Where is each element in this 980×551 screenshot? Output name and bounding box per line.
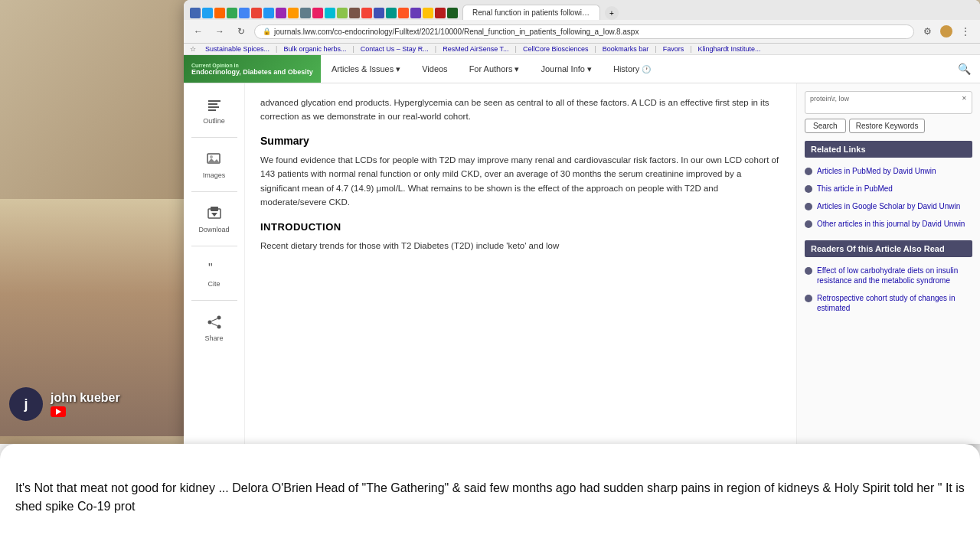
new-tab-button[interactable]: + [605, 6, 619, 20]
svg-text:": " [208, 262, 213, 275]
main-content-area: advanced glycation end products. Hypergl… [245, 83, 796, 444]
bullet-icon-2 [805, 185, 812, 193]
ext-icon-5 [239, 8, 250, 18]
svg-point-12 [217, 325, 220, 329]
nav-articles-issues[interactable]: Articles & Issues ▾ [321, 55, 411, 83]
bookmark-6[interactable]: Bookmarks bar [603, 45, 649, 53]
related-links-panel: Related Links Articles in PubMed by Davi… [805, 141, 972, 233]
ext-icon-13 [337, 8, 348, 18]
article-intro-text: advanced glycation end products. Hypergl… [260, 96, 781, 124]
bookmark-7[interactable]: Favors [663, 45, 684, 53]
left-sidebar: Outline Images Download " [184, 83, 245, 444]
tab-active[interactable]: Renal function in patients following a l… [462, 5, 600, 20]
also-read-panel: Readers Of this Article Also Read Effect… [805, 240, 972, 317]
youtube-play-icon [56, 409, 61, 415]
nav-links: Articles & Issues ▾ Videos For Authors ▾… [321, 55, 980, 83]
logo-line1: Current Opinion in [191, 63, 313, 68]
outline-icon [205, 96, 224, 114]
sidebar-item-share[interactable]: Share [204, 313, 223, 342]
back-button[interactable]: ← [190, 23, 207, 40]
shield-icon [940, 25, 952, 37]
ext-icon-4 [227, 8, 237, 18]
svg-point-10 [217, 316, 220, 320]
svg-rect-3 [208, 109, 216, 111]
bullet-icon-5 [805, 267, 812, 275]
svg-line-13 [211, 319, 217, 321]
close-search-icon[interactable]: ✕ [962, 95, 967, 102]
nav-journal-info[interactable]: Journal Info ▾ [530, 55, 602, 83]
address-bar[interactable]: 🔒 journals.lww.com/co-endocrinology/Full… [254, 24, 914, 39]
comment-bar: It's Not that meat not good for kidney .… [0, 444, 980, 551]
also-read-header: Readers Of this Article Also Read [805, 240, 972, 257]
bookmark-4[interactable]: ResMed AirSense T... [443, 45, 508, 53]
ext-icon-12 [325, 8, 335, 18]
nav-search-button[interactable]: 🔍 [949, 56, 980, 82]
related-links-header: Related Links [805, 141, 972, 158]
site-navigation: Current Opinion in Endocrinology, Diabet… [184, 55, 980, 83]
dropdown-icon-journal: ▾ [587, 64, 592, 74]
search-actions: Search Restore Keywords [805, 119, 972, 133]
ext-icon-11 [312, 8, 323, 18]
bookmark-2[interactable]: Bulk organic herbs... [283, 45, 346, 53]
ext-icon-10 [300, 8, 311, 18]
youtube-badge [51, 406, 66, 417]
related-link-1[interactable]: Articles in PubMed by David Unwin [805, 162, 972, 180]
menu-button[interactable]: ⋮ [957, 23, 974, 40]
restore-keywords-button[interactable]: Restore Keywords [849, 119, 926, 133]
ext-icon-17 [386, 8, 397, 18]
forward-button[interactable]: → [211, 23, 228, 40]
cite-icon: " [205, 259, 224, 277]
bookmark-3[interactable]: Contact Us – Stay R... [361, 45, 429, 53]
summary-text: We found evidence that LCDs for people w… [260, 153, 781, 210]
sidebar-item-images[interactable]: Images [203, 150, 226, 179]
bullet-icon-1 [805, 168, 812, 175]
nav-for-authors[interactable]: For Authors ▾ [459, 55, 531, 83]
bookmarks-bar: ☆ Sustainable Spices... | Bulk organic h… [184, 44, 980, 55]
browser-toolbar: ← → ↻ 🔒 journals.lww.com/co-endocrinolog… [184, 20, 980, 44]
sidebar-divider-2 [191, 191, 237, 192]
svg-rect-7 [211, 207, 218, 211]
svg-point-11 [207, 321, 211, 324]
related-link-4[interactable]: Other articles in this journal by David … [805, 215, 972, 233]
ext-icon-18 [398, 8, 409, 18]
nav-history[interactable]: History 🕐 [603, 55, 662, 83]
reload-button[interactable]: ↻ [233, 23, 250, 40]
user-name: john kueber [51, 391, 120, 405]
bookmark-8[interactable]: Klinghardt Institute... [698, 45, 761, 53]
bullet-icon-4 [805, 220, 812, 228]
sidebar-item-outline[interactable]: Outline [203, 96, 225, 125]
browser-chrome: Renal function in patients following a l… [184, 0, 980, 20]
ext-icon-21 [435, 8, 446, 18]
avatar: j [9, 387, 43, 421]
comment-text: It's Not that meat not good for kidney .… [15, 479, 965, 516]
also-read-link-2[interactable]: Retrospective cohort study of changes in… [805, 289, 972, 317]
related-link-2[interactable]: This article in PubMed [805, 180, 972, 197]
user-info-bar: j john kueber [0, 383, 199, 425]
page-layout: Outline Images Download " [184, 83, 980, 444]
search-box-area: protein\r, low ✕ Search Restore Keywords [805, 91, 972, 133]
site-logo: Current Opinion in Endocrinology, Diabet… [184, 55, 321, 83]
facebook-icon [190, 8, 201, 18]
svg-rect-2 [208, 106, 219, 108]
ext-icon-15 [361, 8, 372, 18]
svg-line-14 [211, 324, 217, 326]
tab-bar: Renal function in patients following a l… [190, 5, 974, 20]
ext-icon-16 [374, 8, 384, 18]
svg-rect-0 [208, 100, 220, 102]
ext-icon-6 [251, 8, 262, 18]
extensions-button[interactable]: ⚙ [919, 23, 936, 40]
also-read-link-1[interactable]: Effect of low carbohydrate diets on insu… [805, 262, 972, 289]
images-icon [204, 150, 223, 168]
twitter-icon [202, 8, 213, 18]
sidebar-item-cite[interactable]: " Cite [205, 259, 224, 288]
related-link-3[interactable]: Articles in Google Scholar by David Unwi… [805, 197, 972, 215]
bookmark-5[interactable]: CellCore Biosciences [523, 45, 589, 53]
search-button[interactable]: Search [805, 119, 846, 133]
nav-videos[interactable]: Videos [411, 55, 458, 83]
sidebar-divider-4 [191, 300, 237, 301]
share-icon [205, 313, 224, 331]
bookmark-1[interactable]: Sustainable Spices... [205, 45, 270, 53]
ext-icon-22 [447, 8, 458, 18]
svg-point-5 [210, 155, 213, 158]
sidebar-item-download[interactable]: Download [198, 204, 229, 233]
